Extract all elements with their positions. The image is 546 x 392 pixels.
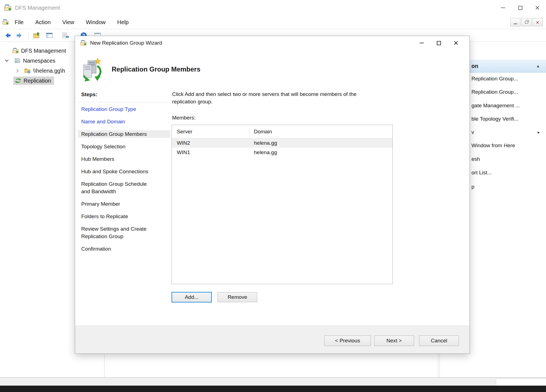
dfs-management-icon xyxy=(12,47,19,54)
tree-item-label: DFS Management xyxy=(21,48,66,54)
step-folders-to-replicate: Folders to Replicate xyxy=(81,213,150,220)
arrow-left-icon xyxy=(4,32,11,39)
up-one-level-button[interactable] xyxy=(32,31,41,40)
page-title: Replication Group Members xyxy=(112,65,200,73)
close-button[interactable]: × xyxy=(447,36,465,50)
main-titlebar: DFS Management × xyxy=(0,0,546,16)
export-list-icon xyxy=(62,32,69,39)
step-hub-members: Hub Members xyxy=(81,155,150,163)
cell-domain: helena.gg xyxy=(249,140,277,146)
console-tree-icon xyxy=(45,32,53,39)
submenu-arrow-icon: ► xyxy=(537,130,540,134)
dialog-footer: < Previous Next > Cancel xyxy=(75,325,470,353)
minimize-icon xyxy=(501,7,505,8)
table-row[interactable]: WIN1 helena.gg xyxy=(172,148,392,157)
dialog-title: New Replication Group Wizard xyxy=(90,40,162,46)
mdi-minimize-button[interactable] xyxy=(510,18,521,26)
steps-divider xyxy=(78,102,169,102)
tree-item-label: \\helena.gg\h xyxy=(33,68,65,74)
close-icon: × xyxy=(535,4,540,12)
dialog-titlebar[interactable]: New Replication Group Wizard × xyxy=(75,36,470,50)
step-name-and-domain: Name and Domain xyxy=(81,118,150,125)
action-item[interactable]: Replication Group... xyxy=(471,72,546,85)
column-header-server[interactable]: Server xyxy=(172,129,249,135)
tree-item-label: Namespaces xyxy=(23,58,55,64)
instruction-text: Click Add and then select two or more se… xyxy=(172,90,366,105)
wizard-dialog: New Replication Group Wizard × xyxy=(75,36,470,354)
mdi-restore-button[interactable] xyxy=(521,18,532,26)
maximize-icon xyxy=(518,6,522,10)
minimize-button[interactable] xyxy=(494,0,512,16)
menu-window[interactable]: Window xyxy=(80,16,111,29)
status-bar xyxy=(0,378,546,386)
action-item[interactable]: ort List... xyxy=(471,166,546,179)
forward-button[interactable] xyxy=(16,31,24,40)
mdi-close-button[interactable]: × xyxy=(532,18,543,26)
chevron-right-icon[interactable] xyxy=(15,69,19,73)
dialog-window-controls: × xyxy=(413,36,465,50)
step-schedule-and-bandwidth: Replication Group Schedule and Bandwidth xyxy=(81,180,150,195)
console-icon xyxy=(2,19,9,26)
step-primary-member: Primary Member xyxy=(81,200,150,208)
namespaces-icon xyxy=(14,57,21,64)
cell-domain: helena.gg xyxy=(249,149,277,156)
tree-item-label: Replication xyxy=(24,78,51,84)
members-table: Server Domain WIN2 helena.gg WIN1 helena… xyxy=(172,125,393,284)
actions-group-title: on xyxy=(471,63,478,69)
remove-button[interactable]: Remove xyxy=(218,292,257,302)
tree-item-replication[interactable]: Replication xyxy=(13,76,54,86)
column-header-domain[interactable]: Domain xyxy=(249,129,272,135)
screen: DFS Management × File Action View Window… xyxy=(0,0,546,392)
add-button[interactable]: Add... xyxy=(172,292,212,302)
menu-view[interactable]: View xyxy=(57,16,80,29)
tree-selection-highlight: Replication xyxy=(13,77,54,85)
back-button[interactable] xyxy=(3,31,12,40)
menu-file[interactable]: File xyxy=(9,16,29,29)
minimize-button[interactable] xyxy=(413,36,430,50)
next-button[interactable]: Next > xyxy=(374,335,414,346)
action-item[interactable]: Replication Group... xyxy=(471,85,546,99)
collapse-up-icon[interactable]: ▲ xyxy=(536,64,540,68)
close-button[interactable]: × xyxy=(529,0,546,16)
replication-icon xyxy=(15,77,21,84)
window-title: DFS Management xyxy=(15,5,60,11)
action-item[interactable]: gate Management ... xyxy=(471,99,546,112)
maximize-button[interactable] xyxy=(512,0,529,16)
action-item[interactable]: esh xyxy=(471,152,546,166)
maximize-icon xyxy=(437,41,441,45)
mdi-window-controls: × xyxy=(510,18,543,26)
action-item[interactable]: Window from Here xyxy=(471,139,546,152)
step-replication-group-members: Replication Group Members xyxy=(78,130,170,138)
tree-item-dfs-management[interactable]: DFS Management xyxy=(12,46,66,56)
action-item-label: Replication Group... xyxy=(471,89,518,95)
menu-action[interactable]: Action xyxy=(29,16,57,29)
cell-server: WIN2 xyxy=(172,140,249,146)
tree-item-namespaces[interactable]: Namespaces xyxy=(6,56,55,66)
step-replication-group-type: Replication Group Type xyxy=(81,105,150,113)
show-console-tree-button[interactable] xyxy=(45,31,53,40)
action-item-label: ble Topology Verifi... xyxy=(471,116,519,122)
maximize-button[interactable] xyxy=(430,36,447,50)
restore-icon xyxy=(525,21,528,24)
chevron-down-icon[interactable] xyxy=(5,58,9,62)
steps-list: Replication Group Type Name and Domain R… xyxy=(81,105,150,258)
action-item-label: Replication Group... xyxy=(471,76,518,82)
replication-servers-icon xyxy=(81,57,104,83)
action-item[interactable]: ble Topology Verifi... xyxy=(471,112,546,126)
close-icon: × xyxy=(536,19,539,25)
previous-button[interactable]: < Previous xyxy=(324,335,371,346)
action-item-label: gate Management ... xyxy=(471,103,520,109)
action-item-view[interactable]: v ► xyxy=(471,126,546,139)
dark-bottom-bar xyxy=(0,386,546,392)
cancel-button[interactable]: Cancel xyxy=(419,335,459,346)
export-list-button[interactable] xyxy=(61,31,70,40)
tree-item-namespace-server[interactable]: \\helena.gg\h xyxy=(16,66,65,76)
table-row[interactable]: WIN2 helena.gg xyxy=(172,138,392,148)
cell-server: WIN1 xyxy=(172,149,249,156)
action-item-label: esh xyxy=(471,156,480,162)
action-item[interactable]: p xyxy=(471,180,546,194)
menu-help[interactable]: Help xyxy=(111,16,134,29)
table-header: Server Domain xyxy=(172,125,392,138)
column-divider[interactable] xyxy=(249,127,250,136)
steps-heading: Steps: xyxy=(81,91,97,98)
